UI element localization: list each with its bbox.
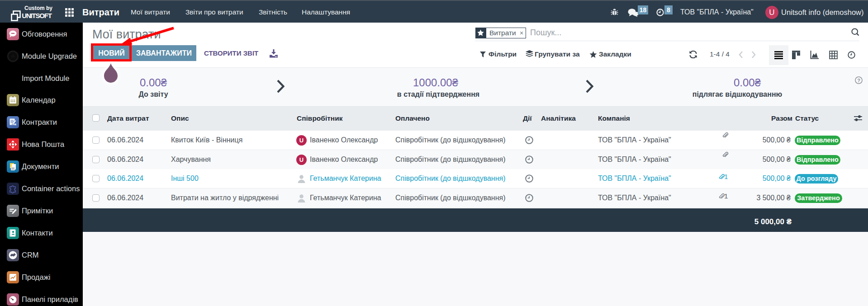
svg-text:?: ? bbox=[857, 78, 860, 83]
